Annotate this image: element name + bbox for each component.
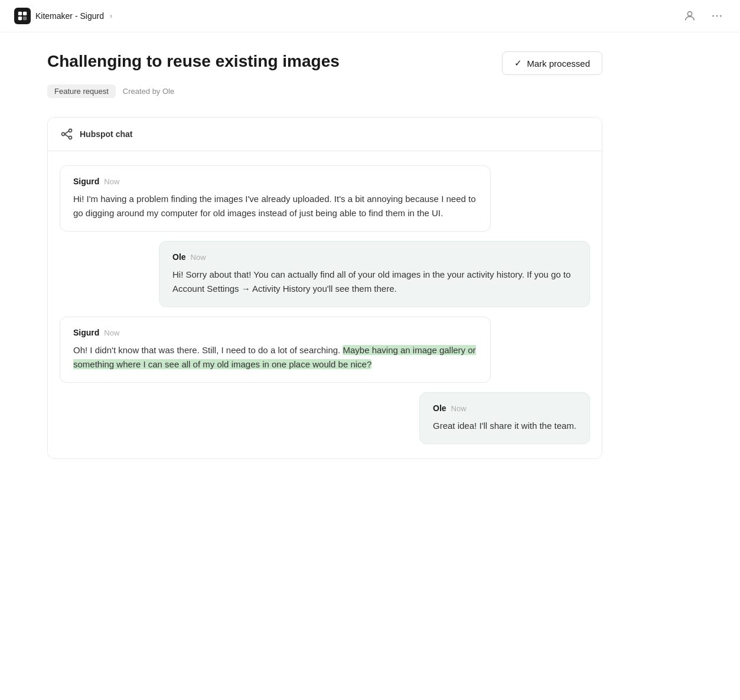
message-bubble-4: Ole Now Great idea! I'll share it with t… [419, 392, 590, 444]
highlighted-feature-request: Maybe having an image gallery or somethi… [73, 345, 476, 369]
time-2: Now [191, 253, 206, 262]
mark-processed-button[interactable]: ✓ Mark processed [502, 51, 602, 75]
chat-container: Hubspot chat Sigurd Now Hi! I'm having a… [47, 117, 602, 459]
time-1: Now [104, 177, 119, 186]
chevron-icon: › [110, 12, 112, 20]
more-icon [710, 9, 723, 22]
mark-processed-label: Mark processed [527, 58, 590, 69]
message-header-1: Sigurd Now [73, 177, 477, 186]
sender-ole-4: Ole [433, 403, 446, 413]
logo-icon [17, 11, 28, 21]
user-icon [683, 9, 696, 22]
hubspot-icon [60, 127, 74, 141]
svg-point-8 [69, 129, 72, 132]
tags-row: Feature request Created by Ole [47, 84, 602, 98]
svg-point-9 [69, 136, 72, 139]
time-3: Now [104, 328, 119, 337]
svg-point-5 [712, 15, 714, 17]
svg-rect-1 [23, 12, 27, 15]
message-header-4: Ole Now [433, 403, 576, 413]
top-bar-left: Kitemaker - Sigurd › [14, 8, 112, 24]
message-header-2: Ole Now [172, 252, 576, 262]
page-title: Challenging to reuse existing images [47, 51, 340, 71]
sender-ole-2: Ole [172, 252, 186, 262]
svg-line-11 [65, 131, 69, 134]
app-title: Kitemaker - Sigurd [35, 11, 104, 21]
main-content: Challenging to reuse existing images ✓ M… [0, 32, 650, 478]
created-by-label: Created by Ole [123, 87, 174, 96]
svg-line-12 [65, 134, 69, 137]
hubspot-label: Hubspot chat [80, 129, 132, 139]
svg-rect-2 [18, 17, 22, 20]
hubspot-header: Hubspot chat [48, 118, 602, 151]
sender-sigurd-1: Sigurd [73, 177, 99, 186]
feature-tag[interactable]: Feature request [47, 84, 116, 98]
svg-point-4 [687, 12, 692, 16]
page-header: Challenging to reuse existing images ✓ M… [47, 51, 602, 75]
message-header-3: Sigurd Now [73, 328, 477, 337]
sender-sigurd-3: Sigurd [73, 328, 99, 337]
app-logo [14, 8, 31, 24]
svg-point-10 [62, 133, 65, 136]
svg-rect-0 [18, 12, 22, 15]
svg-point-6 [716, 15, 718, 17]
message-bubble-3: Sigurd Now Oh! I didn't know that was th… [60, 317, 491, 383]
more-options-button[interactable] [708, 7, 726, 25]
message-text-2: Hi! Sorry about that! You can actually f… [172, 268, 576, 296]
top-bar-right [681, 7, 726, 25]
message-text-3: Oh! I didn't know that was there. Still,… [73, 343, 477, 372]
messages-area: Sigurd Now Hi! I'm having a problem find… [48, 151, 602, 458]
top-bar: Kitemaker - Sigurd › [0, 0, 740, 32]
message-text-1: Hi! I'm having a problem finding the ima… [73, 192, 477, 220]
time-4: Now [451, 404, 467, 413]
message-text-4: Great idea! I'll share it with the team. [433, 419, 576, 433]
checkmark-icon: ✓ [514, 58, 522, 69]
user-icon-button[interactable] [681, 7, 699, 25]
message-bubble-2: Ole Now Hi! Sorry about that! You can ac… [159, 241, 590, 307]
message-bubble-1: Sigurd Now Hi! I'm having a problem find… [60, 165, 491, 232]
svg-rect-3 [23, 17, 27, 20]
svg-point-7 [720, 15, 722, 17]
